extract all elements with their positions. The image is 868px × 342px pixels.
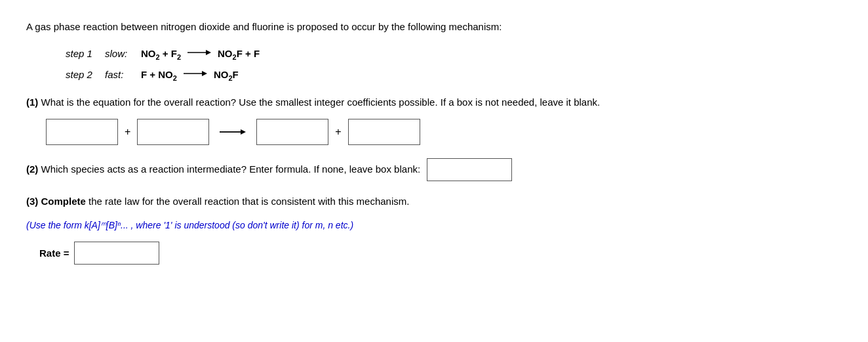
- q1-section: (1) What is the equation for the overall…: [26, 95, 842, 146]
- q1-plus2: +: [335, 126, 341, 138]
- q1-plus1: +: [125, 126, 130, 138]
- step2-row: step 2 fast: F + NO2 NO2F: [66, 69, 842, 82]
- q3-section: (3) Complete the rate law for the overal…: [26, 194, 842, 265]
- rate-label: Rate =: [39, 247, 69, 259]
- rate-row: Rate =: [39, 242, 842, 265]
- q1-box3[interactable]: [256, 119, 328, 145]
- q2-section: (2) Which species acts as a reaction int…: [26, 158, 842, 181]
- q1-title: (1) What is the equation for the overall…: [26, 95, 842, 110]
- mechanism-table: step 1 slow: NO2 + F2 NO2F + F step 2 fa…: [66, 48, 842, 82]
- q3-bold: Complete: [41, 196, 86, 207]
- q1-text: What is the equation for the overall rea…: [38, 96, 600, 108]
- svg-marker-1: [206, 50, 211, 55]
- q1-equation-row: + +: [46, 119, 842, 145]
- step1-label: step 1: [66, 48, 105, 59]
- q1-box4[interactable]: [348, 119, 420, 145]
- q1-box2[interactable]: [137, 119, 209, 145]
- step2-product: NO2F: [214, 69, 239, 82]
- step2-label: step 2: [66, 69, 105, 80]
- step2-formula: F + NO2 NO2F: [141, 69, 239, 82]
- q1-box1[interactable]: [46, 119, 118, 145]
- intro-text: A gas phase reaction between nitrogen di…: [26, 20, 842, 35]
- step1-row: step 1 slow: NO2 + F2 NO2F + F: [66, 48, 842, 61]
- step2-speed: fast:: [105, 69, 141, 80]
- step2-arrow: [184, 69, 207, 78]
- step1-product: NO2F + F: [218, 48, 260, 61]
- q3-num: (3): [26, 196, 38, 207]
- step1-arrow: [187, 48, 211, 57]
- q2-answer-box[interactable]: [427, 158, 512, 181]
- svg-marker-5: [241, 129, 246, 135]
- step1-reactant: NO2 + F2: [141, 48, 181, 61]
- step2-reactant: F + NO2: [141, 69, 177, 82]
- q1-reaction-arrow: [220, 127, 246, 137]
- q3-text: the rate law for the overall reaction th…: [89, 196, 409, 207]
- q3-title: (3) Complete the rate law for the overal…: [26, 194, 842, 209]
- q2-text: (2) Which species acts as a reaction int…: [26, 162, 420, 177]
- q2-title: (2) Which species acts as a reaction int…: [26, 158, 842, 181]
- svg-marker-3: [202, 71, 207, 76]
- step1-speed: slow:: [105, 48, 141, 59]
- rate-answer-box[interactable]: [74, 242, 159, 265]
- rate-hint: (Use the form k[A]ᵐ[B]ⁿ... , where '1' i…: [26, 219, 842, 232]
- q2-num: (2): [26, 163, 38, 175]
- step1-formula: NO2 + F2 NO2F + F: [141, 48, 260, 61]
- q1-num: (1): [26, 96, 38, 108]
